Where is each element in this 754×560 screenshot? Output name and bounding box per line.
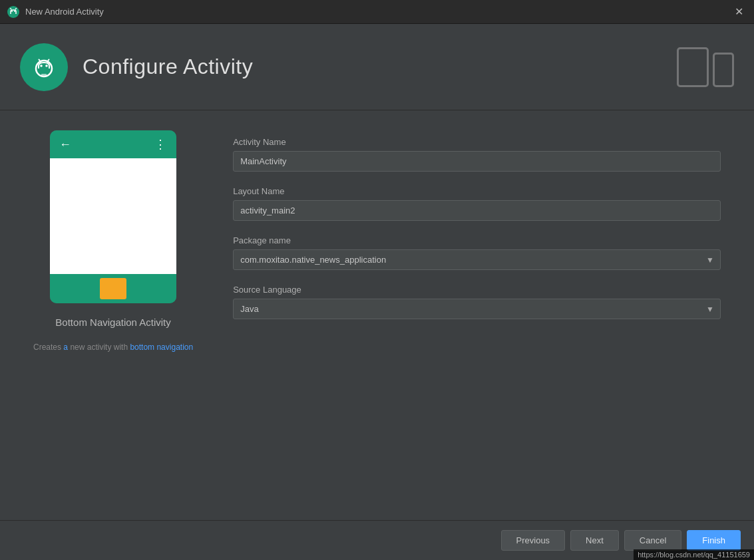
- page-title: Configure Activity: [83, 55, 253, 79]
- preview-section: ← ⋮ Bottom Navigation Activity Creates a…: [33, 130, 193, 500]
- layout-name-group: Layout Name: [233, 186, 721, 221]
- tablet-icon: [677, 47, 709, 87]
- svg-point-1: [11, 11, 13, 12]
- android-icon-circle: [20, 43, 68, 91]
- layout-name-label: Layout Name: [233, 186, 721, 196]
- activity-name-input[interactable]: [233, 151, 721, 172]
- phone-topbar: ← ⋮: [50, 130, 176, 158]
- header: Configure Activity: [0, 24, 754, 110]
- preview-description: Creates a new activity with bottom navig…: [33, 341, 193, 353]
- phone-bottombar: [50, 274, 176, 303]
- next-button[interactable]: Next: [570, 530, 619, 551]
- finish-button[interactable]: Finish: [687, 530, 741, 551]
- title-bar-left: New Android Activity: [7, 5, 104, 19]
- description-link-a[interactable]: a: [63, 343, 68, 352]
- phone-mockup: ← ⋮: [50, 130, 176, 303]
- phone-menu-dots-icon: ⋮: [154, 137, 167, 152]
- phone-icon: [713, 53, 734, 87]
- description-link-bottom[interactable]: bottom navigation: [130, 343, 193, 352]
- preview-label: Bottom Navigation Activity: [55, 317, 170, 328]
- phone-back-arrow-icon: ←: [59, 138, 71, 152]
- package-name-select[interactable]: com.moxitao.native_news_application: [233, 249, 721, 270]
- window-title: New Android Activity: [25, 7, 104, 17]
- package-name-select-wrapper: com.moxitao.native_news_application ▼: [233, 249, 721, 270]
- phone-content-area: [50, 158, 176, 274]
- bottom-nav-center: [100, 278, 126, 299]
- close-button[interactable]: ✕: [731, 5, 747, 19]
- activity-name-group: Activity Name: [233, 137, 721, 172]
- package-name-label: Package name: [233, 235, 721, 245]
- svg-point-7: [45, 65, 48, 67]
- device-icons: [677, 47, 734, 87]
- activity-name-label: Activity Name: [233, 137, 721, 147]
- svg-point-2: [14, 11, 15, 12]
- source-language-label: Source Language: [233, 285, 721, 295]
- bottom-nav-right: [142, 278, 168, 299]
- svg-point-0: [7, 6, 19, 18]
- source-language-select[interactable]: Java Kotlin: [233, 299, 721, 319]
- svg-rect-10: [41, 74, 47, 76]
- android-studio-icon: [28, 51, 60, 83]
- android-logo-icon: [7, 5, 20, 19]
- header-left: Configure Activity: [20, 43, 253, 91]
- bottom-nav-left: [58, 278, 85, 299]
- title-bar: New Android Activity ✕: [0, 0, 754, 24]
- svg-point-6: [40, 65, 43, 67]
- main-content: ← ⋮ Bottom Navigation Activity Creates a…: [0, 110, 754, 520]
- previous-button[interactable]: Previous: [501, 530, 566, 551]
- source-language-group: Source Language Java Kotlin ▼: [233, 285, 721, 319]
- cancel-button[interactable]: Cancel: [624, 530, 681, 551]
- source-language-select-wrapper: Java Kotlin ▼: [233, 299, 721, 319]
- layout-name-input[interactable]: [233, 200, 721, 221]
- package-name-group: Package name com.moxitao.native_news_app…: [233, 235, 721, 270]
- watermark: https://blog.csdn.net/qq_41151659: [634, 549, 754, 560]
- form-section: Activity Name Layout Name Package name c…: [233, 130, 721, 500]
